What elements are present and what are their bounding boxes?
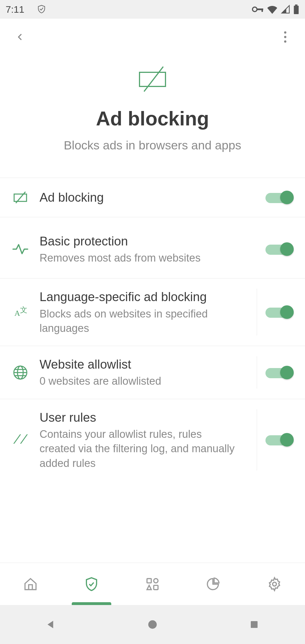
code-icon: //* — [12, 434, 28, 446]
svg-rect-3 — [294, 6, 299, 14]
svg-rect-4 — [295, 5, 298, 6]
page-title: Ad blocking — [96, 107, 209, 130]
svg-point-25 — [148, 620, 157, 629]
svg-rect-26 — [251, 621, 258, 628]
android-recent-button[interactable] — [226, 610, 282, 639]
top-bar — [0, 19, 305, 55]
nav-apps[interactable] — [122, 563, 183, 605]
row-title: Language-specific ad blocking — [40, 289, 240, 305]
svg-point-21 — [154, 578, 158, 583]
toggle-user-rules[interactable] — [265, 433, 294, 447]
shield-check-icon — [84, 576, 99, 592]
svg-marker-22 — [147, 585, 151, 589]
triangle-back-icon — [45, 619, 56, 630]
row-ad-blocking[interactable]: Ad blocking — [0, 178, 305, 217]
svg-point-0 — [252, 7, 257, 12]
pie-chart-icon — [206, 577, 221, 591]
row-subtitle: Blocks ads on websites in specified lang… — [40, 307, 240, 336]
bottom-nav — [0, 563, 305, 605]
row-user-rules[interactable]: //* User rules Contains your allowlist r… — [0, 399, 305, 481]
settings-list: Ad blocking Basic protection Removes mos… — [0, 178, 305, 605]
svg-rect-2 — [262, 8, 263, 12]
svg-rect-8 — [140, 72, 165, 86]
svg-point-6 — [284, 36, 286, 38]
adblock-icon — [12, 191, 28, 204]
battery-icon — [293, 5, 299, 14]
home-icon — [23, 577, 38, 591]
svg-text://*: //* — [13, 434, 28, 445]
page-header: Ad blocking Blocks ads in browsers and a… — [0, 55, 305, 178]
row-title: Website allowlist — [40, 356, 240, 372]
activity-icon — [12, 243, 28, 255]
overflow-menu-button[interactable] — [274, 26, 297, 48]
back-button[interactable] — [8, 26, 31, 48]
nav-active-indicator — [72, 602, 111, 605]
android-home-button[interactable] — [124, 610, 181, 639]
row-title: User rules — [40, 409, 240, 425]
vpn-key-icon — [252, 6, 264, 13]
toggle-ad-blocking[interactable] — [265, 191, 294, 204]
page-subtitle: Blocks ads in browsers and apps — [64, 138, 241, 152]
circle-home-icon — [147, 619, 158, 630]
apps-grid-icon — [145, 577, 160, 591]
status-bar: 7:11 — [0, 0, 305, 19]
globe-icon — [12, 365, 28, 380]
row-subtitle: Contains your allowlist rules, rules cre… — [40, 427, 240, 471]
row-basic-protection[interactable]: Basic protection Removes most ads from w… — [0, 217, 305, 279]
android-nav-bar — [0, 605, 305, 644]
svg-text:文: 文 — [20, 306, 27, 314]
svg-rect-20 — [147, 578, 151, 583]
row-subtitle: 0 websites are allowlisted — [40, 374, 240, 388]
row-title: Ad blocking — [40, 189, 240, 205]
shield-status-icon — [37, 5, 46, 14]
svg-point-24 — [273, 582, 276, 586]
svg-point-5 — [284, 31, 286, 34]
kebab-menu-icon — [284, 31, 286, 43]
nav-statistics[interactable] — [183, 563, 244, 605]
gear-icon — [267, 576, 282, 592]
wifi-icon — [267, 5, 278, 14]
svg-text:A: A — [14, 309, 20, 317]
android-back-button[interactable] — [23, 610, 79, 639]
square-recent-icon — [249, 619, 259, 630]
toggle-website-allowlist[interactable] — [265, 366, 294, 379]
toggle-basic-protection[interactable] — [265, 242, 294, 256]
svg-line-9 — [144, 67, 163, 92]
row-title: Basic protection — [40, 233, 240, 249]
svg-rect-23 — [154, 585, 158, 589]
nav-home[interactable] — [0, 563, 61, 605]
row-website-allowlist[interactable]: Website allowlist 0 websites are allowli… — [0, 346, 305, 399]
chevron-left-icon — [15, 32, 25, 42]
nav-settings[interactable] — [244, 563, 305, 605]
toggle-language-specific[interactable] — [265, 305, 294, 319]
adblock-hero-icon — [136, 64, 169, 96]
status-time: 7:11 — [6, 4, 24, 15]
translate-icon: A文 — [12, 305, 28, 319]
row-language-specific[interactable]: A文 Language-specific ad blocking Blocks … — [0, 279, 305, 346]
cell-signal-icon — [281, 5, 290, 14]
svg-point-7 — [284, 40, 286, 43]
nav-protection[interactable] — [61, 563, 122, 605]
row-subtitle: Removes most ads from websites — [40, 251, 240, 265]
